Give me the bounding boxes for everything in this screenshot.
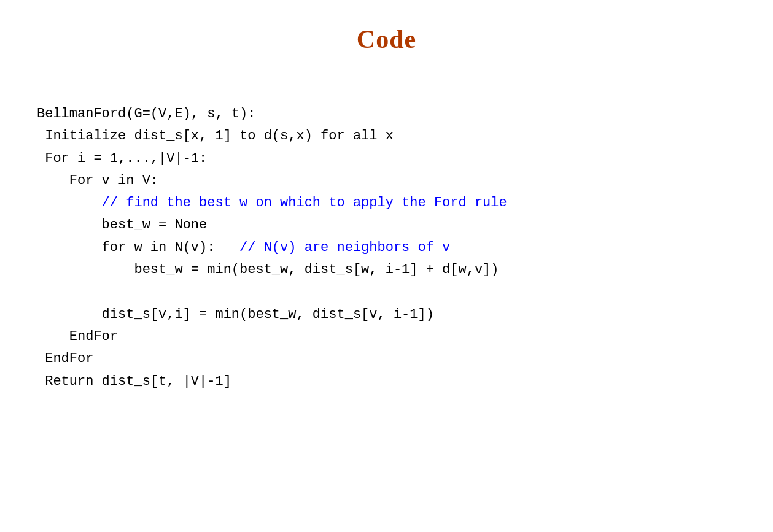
code-line-7-blue: // N(v) are neighbors of v [239,240,450,255]
page-title: Code [357,25,416,54]
code-line-3: For i = 1,...,|V|-1: [37,148,773,170]
code-line-8: best_w = min(best_w, dist_s[w, i-1] + d[… [37,259,773,281]
code-line-1: BellmanFord(G=(V,E), s, t): [37,103,773,125]
code-line-2: Initialize dist_s[x, 1] to d(s,x) for al… [37,125,773,147]
code-line-10: dist_s[v,i] = min(best_w, dist_s[v, i-1]… [37,304,773,326]
code-line-13: Return dist_s[t, |V|-1] [37,371,773,393]
code-line-4: For v in V: [37,170,773,192]
code-line-12: EndFor [37,348,773,370]
code-block: BellmanFord(G=(V,E), s, t): Initialize d… [0,103,773,393]
code-line-9-blank [37,281,773,303]
code-line-7: for w in N(v): // N(v) are neighbors of … [37,237,773,259]
code-line-5: // find the best w on which to apply the… [37,192,773,214]
code-line-6: best_w = None [37,214,773,236]
code-line-11: EndFor [37,326,773,348]
code-line-7-black: for w in N(v): [37,240,239,255]
